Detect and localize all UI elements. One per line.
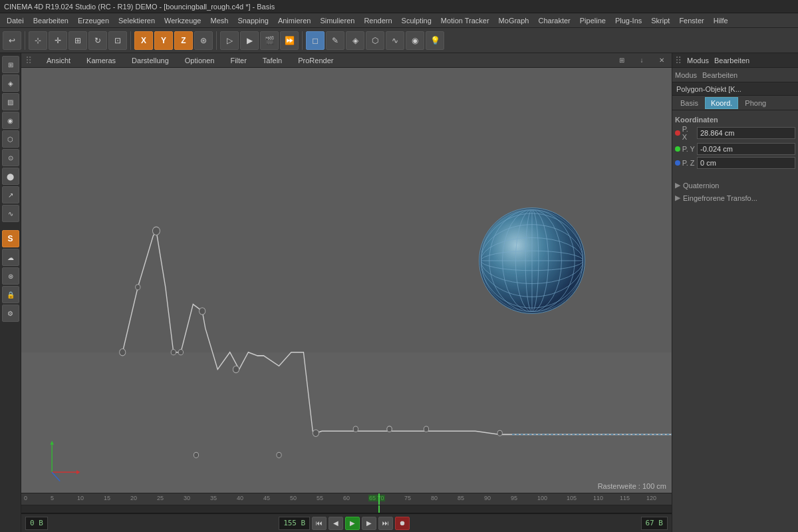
- right-panel-content: Koordinaten P. X P. Y P. Z: [672, 110, 798, 532]
- axis-x-button[interactable]: X: [134, 31, 153, 50]
- viewport-toolbar: ⠿ Ansicht Kameras Darstellung Optionen F…: [21, 53, 672, 68]
- object-mode-button[interactable]: ◻: [306, 31, 325, 50]
- menu-item-plug-ins[interactable]: Plug-Ins: [611, 15, 646, 26]
- scale-tool-button[interactable]: ⊞: [68, 31, 87, 50]
- menu-item-selektieren[interactable]: Selektieren: [114, 15, 159, 26]
- menu-item-mesh[interactable]: Mesh: [206, 15, 232, 26]
- vp-menu-prorender[interactable]: ProRender: [294, 55, 337, 66]
- current-frame-display[interactable]: 155 B: [279, 517, 310, 530]
- menu-item-mograph[interactable]: MoGraph: [495, 15, 533, 26]
- menu-item-datei[interactable]: Datei: [3, 15, 28, 26]
- koordinaten-title: Koordinaten: [675, 116, 795, 124]
- quaternion-arrow: ▶: [675, 181, 680, 190]
- vp-menu-ansicht[interactable]: Ansicht: [43, 55, 74, 66]
- right-object-label: Polygon-Objekt [K...: [672, 82, 798, 96]
- menu-item-erzeugen[interactable]: Erzeugen: [74, 15, 113, 26]
- timeline-ruler: 0 5 10 15 20 25 30 35 40 45 50 55 60 65 …: [21, 493, 672, 505]
- polygon-button[interactable]: ⬡: [366, 31, 384, 50]
- record-button[interactable]: ⏺: [395, 517, 410, 530]
- current-frame-value: 155 B: [283, 519, 305, 527]
- sidebar-btn-11[interactable]: ⊛: [2, 267, 19, 285]
- z-value-input[interactable]: [697, 157, 795, 169]
- sidebar-btn-1[interactable]: ⊞: [2, 56, 19, 73]
- edit-mode-button[interactable]: ✎: [326, 31, 344, 50]
- tool5-button[interactable]: ⊡: [108, 31, 127, 50]
- viewport[interactable]: Zentralperspektive: [21, 68, 672, 493]
- menu-item-skript[interactable]: Skript: [647, 15, 674, 26]
- transport-bar: 0 B 155 B ⏮ ◀ ▶ ▶ ⏭ ⏺ 67 B: [21, 513, 672, 532]
- undo-button[interactable]: ↩: [3, 31, 21, 50]
- vp-icon-expand[interactable]: ⊞: [616, 55, 628, 66]
- vp-icon-close[interactable]: ✕: [656, 55, 668, 66]
- menu-item-hilfe[interactable]: Hilfe: [710, 15, 732, 26]
- sidebar-btn-2[interactable]: ◈: [2, 74, 19, 92]
- right-panel-top: ⠿ Modus Bearbeiten: [672, 53, 798, 68]
- menu-item-rendern[interactable]: Rendern: [360, 15, 396, 26]
- sidebar-btn-s[interactable]: S: [2, 230, 19, 247]
- vp-menu-filter[interactable]: Filter: [226, 55, 250, 66]
- menu-item-bearbeiten[interactable]: Bearbeiten: [29, 15, 72, 26]
- toolbar-sep-3: [216, 31, 217, 50]
- vp-icon-down[interactable]: ↓: [636, 55, 648, 66]
- right-top-datei[interactable]: Modus: [687, 57, 709, 65]
- coord-row-x: P. X: [675, 125, 795, 141]
- quaternion-row[interactable]: ▶ Quaternion: [675, 179, 795, 192]
- vp-menu-optionen[interactable]: Optionen: [181, 55, 219, 66]
- menu-item-sculpting[interactable]: Sculpting: [398, 15, 436, 26]
- axis-y-button[interactable]: Y: [154, 31, 173, 50]
- start-frame-display: 0 B: [25, 517, 48, 530]
- render-region-button[interactable]: ▷: [220, 31, 239, 50]
- sidebar-btn-7[interactable]: ⬤: [2, 168, 19, 185]
- sidebar-btn-9[interactable]: ∿: [2, 205, 19, 222]
- texture-button[interactable]: ◈: [346, 31, 364, 50]
- menu-item-werkzeuge[interactable]: Werkzeuge: [160, 15, 205, 26]
- menu-item-animieren[interactable]: Animieren: [274, 15, 315, 26]
- light-button[interactable]: 💡: [426, 31, 444, 50]
- y-value-input[interactable]: [697, 143, 795, 155]
- axis-z-button[interactable]: Z: [174, 31, 193, 50]
- vp-menu-darstellung[interactable]: Darstellung: [128, 55, 173, 66]
- sidebar-btn-12[interactable]: 🔒: [2, 286, 19, 303]
- world-space-button[interactable]: ⊛: [194, 31, 213, 50]
- vp-menu-tafeln[interactable]: Tafeln: [259, 55, 286, 66]
- sidebar-btn-5[interactable]: ⬡: [2, 130, 19, 148]
- eingefrorene-row[interactable]: ▶ Eingefrorene Transfo...: [675, 192, 795, 204]
- sidebar-btn-10[interactable]: ☁: [2, 249, 19, 266]
- render-button[interactable]: ▶: [240, 31, 259, 50]
- go-end-button[interactable]: ⏭: [378, 517, 393, 530]
- menu-item-charakter[interactable]: Charakter: [534, 15, 574, 26]
- material-button[interactable]: ◉: [406, 31, 424, 50]
- bottom-panel: 0 5 10 15 20 25 30 35 40 45 50 55 60 65 …: [21, 493, 672, 532]
- tab-basis[interactable]: Basis: [674, 97, 704, 109]
- tab-phong[interactable]: Phong: [739, 97, 772, 109]
- coord-row-y: P. Y: [675, 143, 795, 155]
- x-value-input[interactable]: [697, 127, 795, 139]
- timeline-track[interactable]: [21, 505, 672, 513]
- menu-item-pipeline[interactable]: Pipeline: [576, 15, 610, 26]
- next-frame-button[interactable]: ▶: [362, 517, 376, 530]
- sidebar-btn-6[interactable]: ⊙: [2, 149, 19, 166]
- move-tool-button[interactable]: ✛: [49, 31, 67, 50]
- right-bearbeiten[interactable]: Bearbeiten: [702, 71, 737, 79]
- prev-frame-button[interactable]: ◀: [329, 517, 343, 530]
- sidebar-btn-4[interactable]: ◉: [2, 112, 19, 129]
- right-modus[interactable]: Modus: [675, 71, 697, 79]
- spline-button[interactable]: ∿: [386, 31, 404, 50]
- sidebar-btn-13[interactable]: ⚙: [2, 305, 19, 322]
- tab-koord[interactable]: Koord.: [705, 97, 738, 109]
- menu-item-motion-tracker[interactable]: Motion Tracker: [437, 15, 493, 26]
- render-picture-button[interactable]: 🎬: [260, 31, 279, 50]
- z-label: P. Z: [682, 159, 695, 167]
- go-start-button[interactable]: ⏮: [312, 517, 327, 530]
- sidebar-btn-3[interactable]: ▨: [2, 93, 19, 110]
- render-all-button[interactable]: ⏩: [280, 31, 299, 50]
- play-button[interactable]: ▶: [345, 517, 360, 530]
- select-tool-button[interactable]: ⊹: [29, 31, 47, 50]
- vp-menu-kameras[interactable]: Kameras: [82, 55, 120, 66]
- menu-item-fenster[interactable]: Fenster: [675, 15, 708, 26]
- menu-item-snapping[interactable]: Snapping: [233, 15, 273, 26]
- rotate-tool-button[interactable]: ↻: [88, 31, 107, 50]
- menu-item-simulieren[interactable]: Simulieren: [316, 15, 358, 26]
- right-top-bearbeiten[interactable]: Bearbeiten: [714, 57, 749, 65]
- sidebar-btn-8[interactable]: ↗: [2, 186, 19, 203]
